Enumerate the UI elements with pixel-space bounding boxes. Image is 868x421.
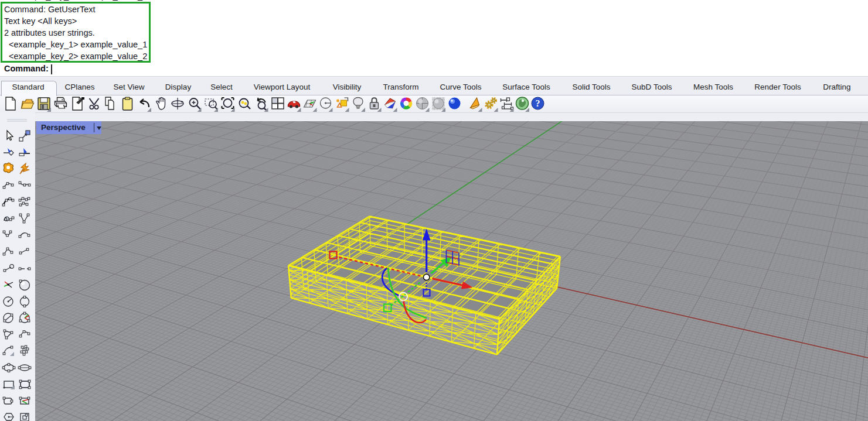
svg-text:?: ? [536, 98, 540, 108]
